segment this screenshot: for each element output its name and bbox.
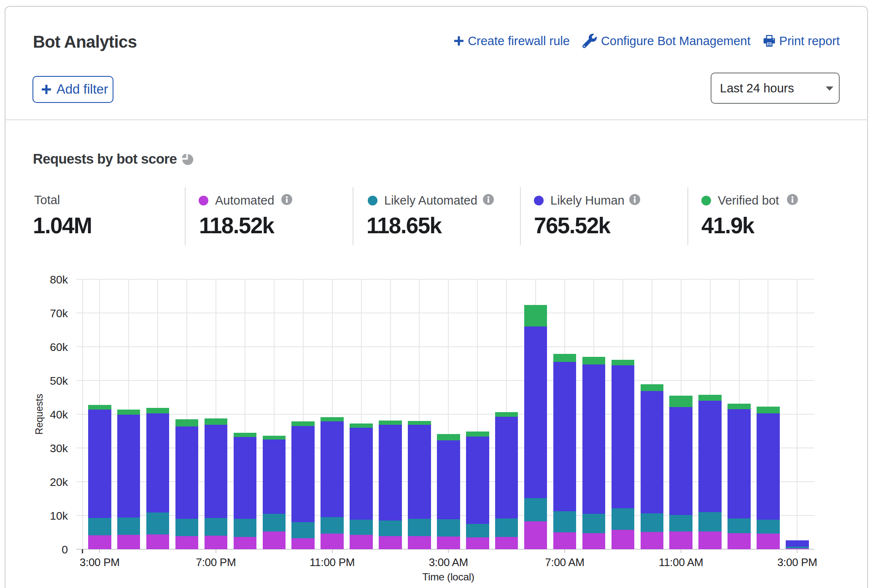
svg-text:Requests: Requests: [34, 394, 45, 434]
svg-text:0: 0: [62, 543, 68, 556]
svg-text:40k: 40k: [50, 408, 68, 421]
svg-text:70k: 70k: [50, 307, 68, 320]
svg-text:Time (local): Time (local): [422, 571, 474, 583]
svg-text:3:00 PM: 3:00 PM: [777, 556, 817, 569]
svg-text:7:00 AM: 7:00 AM: [545, 556, 584, 569]
svg-text:7:00 PM: 7:00 PM: [196, 556, 236, 569]
svg-text:10k: 10k: [50, 510, 68, 522]
svg-text:20k: 20k: [50, 476, 68, 488]
svg-text:11:00 PM: 11:00 PM: [310, 556, 355, 569]
svg-text:11:00 AM: 11:00 AM: [659, 556, 703, 569]
svg-text:30k: 30k: [50, 442, 68, 455]
svg-text:3:00 PM: 3:00 PM: [80, 556, 120, 569]
svg-text:3:00 AM: 3:00 AM: [429, 556, 468, 569]
svg-text:60k: 60k: [50, 341, 68, 353]
svg-text:50k: 50k: [50, 375, 68, 387]
svg-text:80k: 80k: [50, 273, 68, 286]
